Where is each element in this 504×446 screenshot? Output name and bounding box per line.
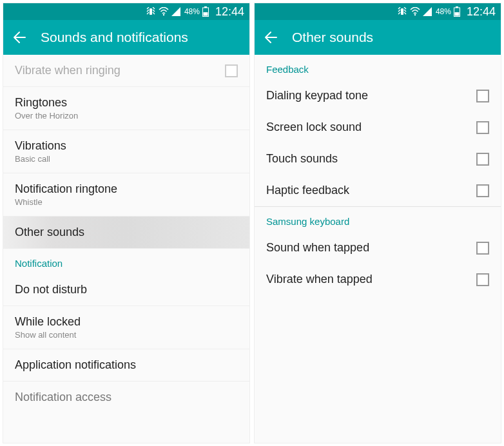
row-screen-lock-sound[interactable]: Screen lock sound [255, 112, 501, 143]
row-dialing-keypad-tone[interactable]: Dialing keypad tone [255, 80, 501, 112]
signal-icon [171, 7, 180, 16]
page-title: Other sounds [292, 30, 373, 45]
phone-left: 48% 12:44 Sounds and notifications Vibra… [3, 3, 250, 443]
setting-label: Vibrate when ringing [15, 64, 121, 77]
battery-icon [202, 6, 209, 17]
statusbar: 48% 12:44 [3, 3, 249, 20]
section-header-notification: Notification [3, 249, 249, 274]
setting-label: Ringtones [15, 96, 78, 110]
checkbox-icon[interactable] [476, 121, 489, 134]
setting-sublabel: Whistle [15, 197, 117, 207]
vibrate-icon [397, 7, 407, 16]
back-arrow-icon[interactable] [12, 30, 26, 44]
setting-label: Screen lock sound [266, 121, 362, 134]
row-while-locked[interactable]: While locked Show all content [3, 306, 249, 349]
checkbox-icon[interactable] [476, 273, 489, 286]
setting-label: Notification ringtone [15, 182, 117, 196]
setting-sublabel: Over the Horizon [15, 111, 78, 121]
setting-label: While locked [15, 315, 81, 329]
svg-point-1 [163, 14, 164, 15]
battery-pct: 48% [436, 7, 451, 16]
row-sound-when-tapped[interactable]: Sound when tapped [255, 232, 501, 264]
settings-list: Feedback Dialing keypad tone Screen lock… [255, 55, 501, 443]
clock: 12:44 [467, 5, 496, 19]
row-vibrate-when-ringing[interactable]: Vibrate when ringing [3, 55, 249, 87]
setting-label: Other sounds [15, 226, 84, 239]
row-notification-access[interactable]: Notification access [3, 382, 249, 413]
checkbox-icon[interactable] [476, 90, 489, 102]
page-title: Sounds and notifications [41, 30, 188, 45]
setting-label: Touch sounds [266, 152, 338, 166]
checkbox-icon[interactable] [476, 242, 489, 255]
clock: 12:44 [215, 5, 244, 19]
setting-sublabel: Show all content [15, 330, 81, 340]
back-arrow-icon[interactable] [264, 30, 278, 44]
section-header-feedback: Feedback [255, 55, 501, 80]
appbar: Sounds and notifications [3, 20, 249, 55]
row-other-sounds[interactable]: Other sounds [3, 217, 249, 249]
signal-icon [423, 7, 432, 16]
checkbox-icon[interactable] [476, 153, 489, 166]
svg-rect-4 [203, 12, 208, 16]
row-haptic-feedback[interactable]: Haptic feedback [255, 175, 501, 206]
setting-label: Application notifications [15, 358, 136, 372]
row-notification-ringtone[interactable]: Notification ringtone Whistle [3, 173, 249, 217]
setting-label: Sound when tapped [266, 241, 369, 255]
setting-label: Vibrate when tapped [266, 273, 373, 286]
row-vibrate-when-tapped[interactable]: Vibrate when tapped [255, 264, 501, 295]
svg-rect-9 [454, 12, 459, 16]
row-application-notifications[interactable]: Application notifications [3, 349, 249, 382]
battery-pct: 48% [184, 7, 200, 16]
wifi-icon [159, 7, 169, 16]
setting-label: Haptic feedback [266, 184, 349, 197]
row-ringtones[interactable]: Ringtones Over the Horizon [3, 87, 249, 130]
setting-label: Vibrations [15, 139, 66, 153]
section-header-samsung-keyboard: Samsung keyboard [255, 207, 501, 232]
statusbar: 48% 12:44 [255, 3, 501, 20]
setting-sublabel: Basic call [15, 154, 66, 164]
phone-right: 48% 12:44 Other sounds Feedback Dialing … [254, 3, 501, 443]
svg-point-6 [414, 14, 416, 15]
vibrate-icon [146, 7, 156, 16]
row-do-not-disturb[interactable]: Do not disturb [3, 274, 249, 306]
settings-list: Vibrate when ringing Ringtones Over the … [3, 55, 249, 443]
wifi-icon [410, 7, 420, 16]
row-touch-sounds[interactable]: Touch sounds [255, 143, 501, 175]
setting-label: Notification access [15, 391, 111, 404]
appbar: Other sounds [255, 20, 501, 55]
row-vibrations[interactable]: Vibrations Basic call [3, 130, 249, 173]
checkbox-icon[interactable] [225, 64, 238, 77]
setting-label: Do not disturb [15, 283, 87, 296]
svg-rect-0 [150, 8, 152, 15]
battery-icon [454, 6, 460, 17]
setting-label: Dialing keypad tone [266, 89, 368, 102]
checkbox-icon[interactable] [476, 184, 489, 197]
svg-rect-5 [401, 8, 403, 15]
